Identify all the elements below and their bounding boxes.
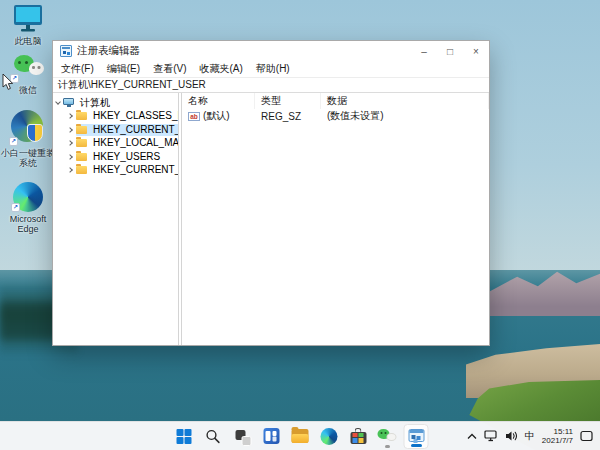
- menu-help[interactable]: 帮助(H): [256, 62, 290, 76]
- edge-icon: [321, 428, 338, 445]
- folder-icon: [76, 166, 87, 174]
- address-path: 计算机\HKEY_CURRENT_USER: [58, 78, 206, 92]
- task-view-button[interactable]: [230, 424, 255, 449]
- hidden-icons-button[interactable]: [467, 433, 477, 440]
- registry-editor-app-icon: [60, 45, 72, 57]
- registry-editor-icon: [408, 429, 424, 444]
- desktop-icon-label: Microsoft Edge: [1, 214, 55, 234]
- active-indicator: [411, 444, 422, 447]
- tree-item-hkey-users[interactable]: HKEY_USERS: [53, 150, 178, 164]
- search-icon: [206, 429, 221, 444]
- selected-tree-item: HKEY_CURRENT_USER: [76, 124, 178, 136]
- widgets-button[interactable]: [259, 424, 284, 449]
- start-button[interactable]: [172, 424, 197, 449]
- wechat-taskbar-button[interactable]: [375, 424, 400, 449]
- tree-item-hkey-local-machine[interactable]: HKEY_LOCAL_MACHINE: [53, 137, 178, 151]
- menu-favorites[interactable]: 收藏夹(A): [199, 62, 242, 76]
- wechat-icon: [378, 429, 397, 444]
- column-header-type[interactable]: 类型: [255, 93, 321, 109]
- tree-item-hkey-current-user[interactable]: HKEY_CURRENT_USER: [53, 123, 178, 137]
- column-header-name[interactable]: 名称: [182, 93, 255, 109]
- desktop-icon-xiaobai-reinstall[interactable]: ↗ 小白一键重装系统: [1, 110, 55, 168]
- notification-center-button[interactable]: [580, 430, 593, 442]
- tray-time: 15:11: [554, 427, 573, 437]
- folder-icon: [76, 126, 87, 134]
- value-type: REG_SZ: [255, 111, 321, 122]
- volume-button[interactable]: [505, 430, 518, 442]
- desktop-icon-edge[interactable]: ↗ Microsoft Edge: [1, 182, 55, 234]
- reg-string-ab-icon: ab: [188, 112, 200, 121]
- computer-icon: [63, 98, 74, 107]
- task-view-icon: [232, 426, 253, 447]
- address-bar[interactable]: 计算机\HKEY_CURRENT_USER: [53, 77, 489, 93]
- minimize-button[interactable]: –: [411, 41, 437, 61]
- widgets-icon: [263, 428, 279, 444]
- registry-editor-taskbar-button[interactable]: [404, 424, 429, 449]
- chevron-right-icon[interactable]: [66, 114, 76, 118]
- column-header-data[interactable]: 数据: [321, 93, 489, 109]
- xiaobai-reinstall-icon: ↗: [9, 110, 47, 146]
- desktop: 此电脑 ↗ 微信 ↗ 小白一键重装系统 ↗ Microsoft Edge 注册表…: [0, 0, 600, 450]
- chevron-right-icon[interactable]: [66, 128, 76, 132]
- search-button[interactable]: [201, 424, 226, 449]
- shortcut-arrow-icon: ↗: [11, 203, 20, 212]
- maximize-button[interactable]: □: [437, 41, 463, 61]
- tree-item-computer[interactable]: 计算机: [53, 96, 178, 110]
- shortcut-arrow-icon: ↗: [9, 137, 18, 146]
- chevron-up-icon: [467, 433, 477, 440]
- value-data: (数值未设置): [321, 109, 489, 123]
- wechat-icon: ↗: [10, 55, 46, 83]
- network-button[interactable]: [484, 430, 498, 442]
- volume-icon: [505, 430, 518, 442]
- registry-values-pane: 名称 类型 数据 ab (默认) REG_SZ (数值未设置): [182, 93, 489, 345]
- menu-view[interactable]: 查看(V): [153, 62, 186, 76]
- taskbar: 中 15:11 2021/7/7: [0, 421, 600, 450]
- folder-icon: [76, 139, 87, 147]
- chevron-right-icon[interactable]: [66, 141, 76, 145]
- close-button[interactable]: ×: [463, 41, 489, 61]
- list-header: 名称 类型 数据: [182, 93, 489, 109]
- running-indicator: [385, 445, 390, 448]
- tree-item-hkey-classes-root[interactable]: HKEY_CLASSES_ROOT: [53, 110, 178, 124]
- desktop-icon-this-pc[interactable]: 此电脑: [1, 4, 55, 46]
- window-title: 注册表编辑器: [77, 44, 140, 58]
- menu-bar: 文件(F) 编辑(E) 查看(V) 收藏夹(A) 帮助(H): [53, 61, 489, 77]
- network-icon: [484, 430, 498, 442]
- window-titlebar[interactable]: 注册表编辑器 – □ ×: [53, 41, 489, 61]
- tree-item-hkey-current-config[interactable]: HKEY_CURRENT_CONFIG: [53, 164, 178, 178]
- mouse-cursor: [2, 74, 14, 95]
- notification-icon: [580, 430, 593, 442]
- microsoft-store-icon: [350, 428, 366, 444]
- file-explorer-icon: [292, 429, 309, 443]
- desktop-icon-label: 此电脑: [15, 36, 42, 46]
- desktop-icon-label: 小白一键重装系统: [1, 148, 55, 168]
- registry-tree-pane: 计算机 HKEY_CLASSES_ROOT HKEY: [53, 93, 178, 345]
- edge-button[interactable]: [317, 424, 342, 449]
- desktop-icon-label: 微信: [19, 85, 37, 95]
- menu-file[interactable]: 文件(F): [61, 62, 94, 76]
- edge-icon: ↗: [11, 182, 45, 212]
- menu-edit[interactable]: 编辑(E): [107, 62, 140, 76]
- chevron-right-icon[interactable]: [66, 155, 76, 159]
- chevron-down-icon[interactable]: [53, 102, 63, 104]
- tray-date: 2021/7/7: [542, 436, 573, 446]
- value-row-default[interactable]: ab (默认) REG_SZ (数值未设置): [182, 109, 489, 123]
- value-name: (默认): [203, 109, 230, 123]
- wallpaper-reflection: [0, 302, 60, 340]
- clock[interactable]: 15:11 2021/7/7: [542, 427, 573, 446]
- windows-logo-icon: [177, 429, 192, 444]
- file-explorer-button[interactable]: [288, 424, 313, 449]
- chevron-right-icon[interactable]: [66, 168, 76, 172]
- microsoft-store-button[interactable]: [346, 424, 371, 449]
- this-pc-icon: [11, 4, 45, 34]
- registry-editor-window: 注册表编辑器 – □ × 文件(F) 编辑(E) 查看(V) 收藏夹(A) 帮助…: [52, 40, 490, 346]
- folder-icon: [76, 112, 87, 120]
- folder-icon: [76, 153, 87, 161]
- ime-indicator[interactable]: 中: [525, 429, 535, 443]
